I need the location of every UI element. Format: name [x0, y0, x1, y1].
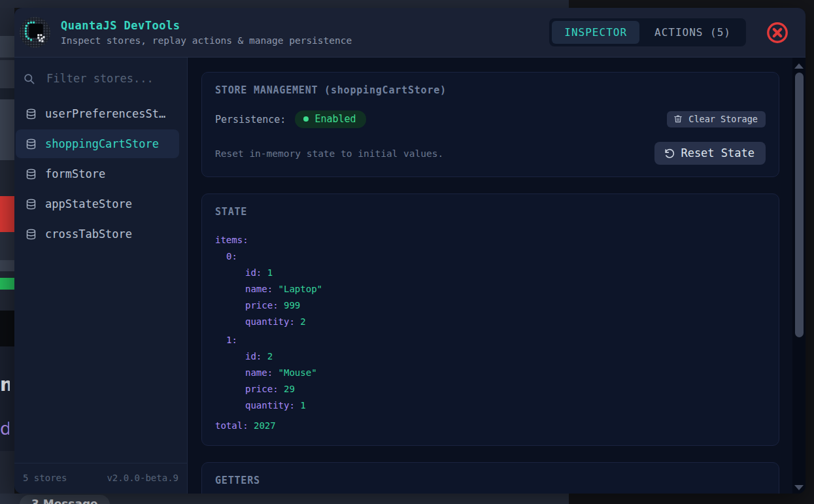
reset-state-button[interactable]: Reset State: [654, 142, 766, 165]
state-line: name: "Mouse": [215, 364, 766, 380]
background-fragment: [0, 99, 14, 160]
tab-bar: INSPECTORACTIONS (5): [549, 18, 746, 46]
state-tree: items:0:id: 1name: "Laptop"price: 999qua…: [215, 231, 766, 433]
sidebar-item-crosstabstore[interactable]: crossTabStore: [16, 220, 179, 248]
state-card: STATE items:0:id: 1name: "Laptop"price: …: [201, 193, 779, 446]
state-line: price: 29: [215, 380, 766, 397]
main-scrollbar: [792, 58, 806, 494]
sidebar-footer: 5 stores v2.0.0-beta.9: [14, 463, 187, 494]
sidebar-item-formstore[interactable]: formStore: [16, 160, 179, 188]
reset-icon: [664, 148, 675, 159]
getters-card: GETTERS: [201, 462, 779, 494]
trash-icon: [673, 114, 683, 124]
persistence-status-text: Enabled: [314, 113, 356, 125]
scrollbar-down-arrow[interactable]: [794, 485, 804, 490]
store-management-card: STORE MANAGEMENT (shoppingCartStore) Per…: [201, 72, 779, 177]
sidebar-item-appstatestore[interactable]: appStateStore: [16, 190, 179, 218]
state-line: quantity: 1: [215, 397, 766, 413]
database-icon: [25, 168, 37, 180]
store-filter: [14, 58, 187, 90]
clear-storage-label: Clear Storage: [688, 114, 758, 124]
background-glyph-white: m: [0, 374, 10, 394]
scrollbar-up-arrow[interactable]: [794, 63, 804, 69]
state-line: quantity: 2: [215, 313, 766, 329]
persistence-label: Persistence:: [215, 114, 286, 126]
persistence-row: Persistence: Enabled Clear Storag: [215, 110, 766, 128]
getters-title: GETTERS: [215, 475, 766, 486]
filter-stores-input[interactable]: [46, 72, 179, 85]
database-icon: [25, 138, 37, 150]
quantajs-logo-icon: [19, 16, 51, 48]
tab-inspector[interactable]: INSPECTOR: [552, 21, 639, 44]
reset-description: Reset in-memory state to initial values.: [215, 148, 443, 159]
database-icon: [25, 198, 37, 210]
app-title: QuantaJS DevTools: [61, 19, 352, 32]
state-line: name: "Laptop": [215, 280, 766, 297]
persistence-status-badge: Enabled: [295, 110, 365, 128]
panel-body: userPreferencesSt…shoppingCartStoreformS…: [14, 58, 806, 494]
database-icon: [25, 108, 37, 120]
app-subtitle: Inspect stores, replay actions & manage …: [61, 35, 352, 46]
state-line: total: 2027: [215, 417, 766, 433]
status-dot-icon: [303, 116, 309, 122]
sidebar-item-userpreferencesst[interactable]: userPreferencesSt…: [16, 99, 179, 128]
sidebar-item-shoppingcartstore[interactable]: shoppingCartStore: [16, 129, 179, 158]
background-fragment-black: [0, 311, 14, 346]
close-icon: [765, 20, 790, 45]
tab-actions-5[interactable]: ACTIONS (5): [642, 21, 743, 44]
background-fragment-green: [0, 278, 14, 290]
store-name: shoppingCartStore: [45, 137, 159, 150]
store-management-title: STORE MANAGEMENT (shoppingCartStore): [215, 84, 766, 96]
clear-storage-button[interactable]: Clear Storage: [667, 111, 766, 127]
header-titles: QuantaJS DevTools Inspect stores, replay…: [61, 19, 352, 46]
state-line: 1:: [215, 331, 766, 348]
state-line: 0:: [215, 248, 766, 264]
background-fragment: [0, 88, 14, 99]
store-name: crossTabStore: [45, 227, 132, 241]
panel-header: QuantaJS DevTools Inspect stores, replay…: [14, 8, 806, 58]
background-fragment: [0, 260, 14, 271]
search-icon: [23, 73, 35, 85]
close-button[interactable]: [765, 20, 790, 45]
store-name: appStateStore: [45, 197, 132, 210]
background-fragment: [0, 60, 14, 88]
background-fragment-red: [0, 196, 14, 232]
state-line: items:: [215, 231, 766, 248]
state-title: STATE: [215, 206, 766, 218]
background-message-badge[interactable]: 3 Message: [20, 495, 110, 504]
scrollbar-thumb[interactable]: [795, 73, 804, 337]
state-line: price: 999: [215, 297, 766, 313]
inspector-content: STORE MANAGEMENT (shoppingCartStore) Per…: [188, 58, 792, 494]
background-fragment: [0, 36, 14, 58]
reset-state-label: Reset State: [681, 146, 755, 160]
background-fragment: [0, 232, 14, 260]
devtools-panel: QuantaJS DevTools Inspect stores, replay…: [14, 8, 806, 494]
state-line: id: 1: [215, 264, 766, 280]
store-count: 5 stores: [23, 473, 67, 483]
reset-row: Reset in-memory state to initial values.…: [215, 142, 766, 165]
store-list: userPreferencesSt…shoppingCartStoreformS…: [14, 90, 187, 463]
store-name: userPreferencesSt…: [45, 107, 165, 120]
store-name: formStore: [45, 167, 105, 180]
sidebar: userPreferencesSt…shoppingCartStoreformS…: [14, 58, 188, 494]
version-label: v2.0.0-beta.9: [107, 473, 178, 483]
background-top-strip: [0, 0, 569, 8]
background-glyph-purple: d: [0, 418, 9, 441]
main-area: STORE MANAGEMENT (shoppingCartStore) Per…: [188, 58, 806, 494]
database-icon: [25, 228, 37, 241]
state-line: id: 2: [215, 348, 766, 364]
